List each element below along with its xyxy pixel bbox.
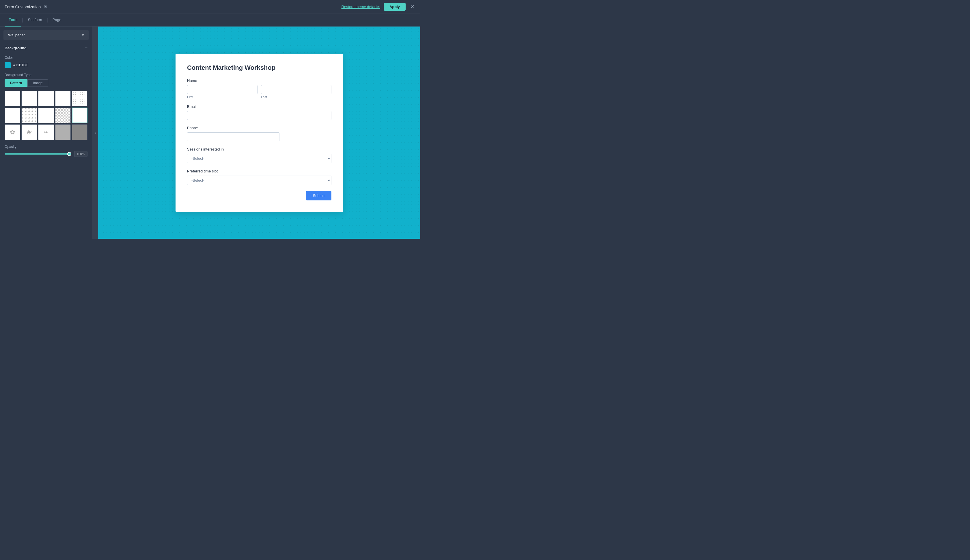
timeslot-label: Preferred time slot — [187, 169, 331, 173]
wallpaper-dropdown-label: Wallpaper — [8, 33, 25, 37]
pattern-cell-fine-cross[interactable] — [72, 108, 87, 123]
pattern-cell-dots-large[interactable] — [72, 91, 87, 107]
tab-divider-1: | — [22, 18, 23, 23]
apply-button[interactable]: Apply — [384, 3, 406, 11]
sessions-label: Sessions interested in — [187, 147, 331, 152]
color-value: #11B1CC — [13, 63, 28, 67]
pattern-cell-checker[interactable] — [55, 108, 71, 123]
tab-divider-2: | — [47, 18, 48, 23]
pattern-cell-floral2[interactable]: ❀ — [22, 124, 37, 140]
sidebar: Wallpaper ▾ Background − Color #11B1CC B… — [0, 27, 92, 239]
pattern-cell-zigzag[interactable] — [38, 108, 54, 123]
name-field: Name First Last — [187, 78, 331, 98]
chevron-down-icon: ▾ — [82, 33, 84, 37]
collapse-button[interactable]: − — [85, 45, 87, 50]
main-layout: Wallpaper ▾ Background − Color #11B1CC B… — [0, 27, 420, 239]
bg-type-image-button[interactable]: Image — [27, 79, 48, 87]
pattern-cell-grid[interactable] — [5, 108, 20, 123]
pattern-cell-gray1[interactable] — [55, 124, 71, 140]
tabs-bar: Form | Subform | Page — [0, 14, 420, 27]
close-button[interactable]: ✕ — [409, 3, 416, 11]
section-title: Background — [5, 46, 27, 50]
bg-type-buttons: Pattern Image — [5, 79, 87, 87]
tab-page[interactable]: Page — [48, 14, 65, 27]
last-name-input[interactable] — [261, 85, 331, 94]
first-name-col: First — [187, 85, 258, 98]
submit-row: Submit — [187, 191, 331, 200]
tab-subform[interactable]: Subform — [24, 14, 46, 27]
opacity-value: 100% — [74, 151, 87, 157]
opacity-slider[interactable] — [5, 153, 71, 155]
submit-button[interactable]: Submit — [306, 191, 331, 200]
header-right: Restore theme defaults Apply ✕ — [341, 3, 416, 11]
color-swatch[interactable] — [5, 62, 11, 68]
pattern-cell-solid[interactable] — [5, 91, 20, 107]
pattern-cell-floral1[interactable]: ✿ — [5, 124, 20, 140]
timeslot-field: Preferred time slot -Select- — [187, 169, 331, 185]
phone-input[interactable] — [187, 132, 279, 141]
color-row: #11B1CC — [5, 62, 87, 68]
sessions-field: Sessions interested in -Select- — [187, 147, 331, 163]
first-name-input[interactable] — [187, 85, 258, 94]
bg-type-label: Background Type — [5, 73, 87, 77]
opacity-label: Opacity — [5, 145, 87, 149]
form-title: Content Marketing Workshop — [187, 64, 331, 72]
last-label: Last — [261, 95, 331, 98]
name-label: Name — [187, 78, 331, 83]
tab-form[interactable]: Form — [5, 14, 22, 27]
email-input[interactable] — [187, 111, 331, 120]
pattern-cell-ornament[interactable]: ❧ — [38, 124, 54, 140]
email-label: Email — [187, 104, 331, 109]
wallpaper-dropdown[interactable]: Wallpaper ▾ — [3, 30, 89, 40]
phone-label: Phone — [187, 126, 331, 130]
preview-area: Content Marketing Workshop Name First La… — [98, 27, 420, 239]
last-name-col: Last — [261, 85, 331, 98]
pattern-cell-diagonal[interactable] — [38, 91, 54, 107]
section-header: Background − — [5, 44, 87, 52]
sessions-select[interactable]: -Select- — [187, 154, 331, 163]
form-card: Content Marketing Workshop Name First La… — [176, 53, 343, 212]
pattern-cell-gray2[interactable] — [72, 124, 87, 140]
restore-defaults-link[interactable]: Restore theme defaults — [341, 5, 380, 9]
color-label: Color — [5, 56, 87, 60]
opacity-row: 100% — [5, 151, 87, 157]
app-title: Form Customization — [5, 5, 41, 9]
sun-icon[interactable]: ☀ — [43, 4, 48, 10]
header-left: Form Customization ☀ — [5, 4, 48, 10]
header: Form Customization ☀ Restore theme defau… — [0, 0, 420, 14]
name-row: First Last — [187, 85, 331, 98]
pattern-grid: ✿ ❀ ❧ — [5, 91, 87, 140]
timeslot-select[interactable]: -Select- — [187, 176, 331, 185]
pattern-cell-lines[interactable] — [22, 91, 37, 107]
pattern-cell-dots-small[interactable] — [22, 108, 37, 123]
pattern-cell-crosshatch[interactable] — [55, 91, 71, 107]
bg-type-pattern-button[interactable]: Pattern — [5, 79, 27, 87]
email-field: Email — [187, 104, 331, 120]
phone-field: Phone — [187, 126, 331, 141]
first-label: First — [187, 95, 258, 98]
background-section: Background − Color #11B1CC Background Ty… — [0, 41, 92, 160]
sidebar-toggle[interactable]: ‹ — [92, 27, 98, 239]
